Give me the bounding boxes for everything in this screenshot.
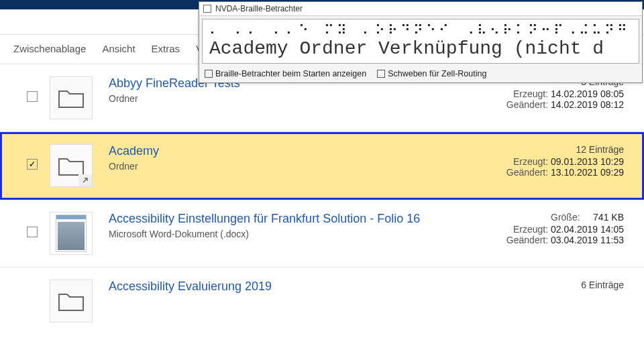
item-title[interactable]: Accessibility Evaluierung 2019 (109, 280, 463, 294)
checkbox-icon[interactable] (205, 70, 213, 78)
created-label: Erzeugt: (513, 88, 548, 99)
row-checkbox[interactable] (27, 91, 38, 102)
modified-value: 03.04.2019 11:53 (551, 235, 624, 245)
nvda-window-title: NVDA-Braille-Betrachter (215, 4, 303, 13)
created-value: 14.02.2019 08:05 (551, 88, 624, 99)
item-subtitle: Ordner (109, 161, 463, 172)
file-list: Abbyy FineReader Tests Ordner 3 Einträge… (0, 64, 644, 335)
row-checkbox[interactable] (27, 227, 38, 237)
item-count: 12 Einträge (463, 144, 624, 155)
nvda-body: ⠄⠀⠄⠄⠀⠄⠄⠑⠀⠍⠽⠀⠄⠕⠗⠙⠝⠑⠊⠀⠠⠧⠢⠗⠅⠝⠒⠏⠠⠬⠥⠝⠛⠀⠠⠶⠝⠊⠉⠓… (202, 19, 639, 64)
modified-label: Geändert: (506, 99, 548, 110)
created-value: 02.04.2019 14:05 (551, 224, 624, 235)
checkbox-icon[interactable] (377, 70, 385, 78)
item-title[interactable]: Academy (109, 144, 463, 158)
braille-text-line: Academy Ordner Verknüpfung (nicht d (203, 38, 639, 63)
nvda-options: Braille-Betrachter beim Starten anzeigen… (199, 66, 642, 82)
braille-line: ⠄⠀⠄⠄⠀⠄⠄⠑⠀⠍⠽⠀⠄⠕⠗⠙⠝⠑⠊⠀⠠⠧⠢⠗⠅⠝⠒⠏⠠⠬⠥⠝⠛⠀⠠⠶⠝⠊⠉⠓… (203, 19, 639, 38)
created-label: Erzeugt: (513, 156, 548, 167)
document-icon (50, 212, 93, 255)
created-label: Erzeugt: (513, 224, 548, 235)
folder-icon (50, 280, 93, 322)
nvda-opt-hover-routing[interactable]: Schweben für Zell-Routing (377, 69, 486, 78)
menu-extras[interactable]: Extras (152, 43, 180, 54)
modified-value: 14.02.2019 08:12 (551, 99, 624, 110)
item-count: 6 Einträge (463, 280, 624, 290)
modified-value: 13.10.2021 09:29 (551, 167, 624, 178)
nvda-braille-viewer-window[interactable]: NVDA-Braille-Betrachter ⠄⠀⠄⠄⠀⠄⠄⠑⠀⠍⠽⠀⠄⠕⠗⠙… (199, 1, 643, 83)
nvda-app-icon (203, 5, 211, 13)
list-item[interactable]: Accessibility Evaluierung 2019 6 Einträg… (0, 267, 644, 335)
list-item[interactable]: Accessibility Einstellungen für Frankfur… (0, 200, 644, 267)
nvda-opt1-label: Braille-Betrachter beim Starten anzeigen (215, 69, 366, 78)
modified-label: Geändert: (506, 167, 548, 178)
folder-link-icon (50, 144, 93, 187)
item-subtitle: Microsoft Word-Dokument (.docx) (109, 229, 463, 239)
menu-clipboard[interactable]: Zwischenablage (13, 43, 86, 54)
item-subtitle: Ordner (109, 93, 463, 104)
nvda-opt-show-on-start[interactable]: Braille-Betrachter beim Starten anzeigen (205, 69, 366, 78)
menu-view[interactable]: Ansicht (102, 43, 135, 54)
size-label: Größe: (551, 212, 580, 223)
modified-label: Geändert: (506, 235, 548, 245)
nvda-titlebar[interactable]: NVDA-Braille-Betrachter (199, 2, 642, 16)
shortcut-badge-icon (78, 174, 92, 186)
created-value: 09.01.2013 10:29 (551, 156, 624, 167)
folder-icon (50, 76, 93, 119)
item-title[interactable]: Accessibility Einstellungen für Frankfur… (109, 212, 463, 226)
list-item[interactable]: Academy Ordner 12 Einträge Erzeugt: 09.0… (0, 132, 644, 200)
row-checkbox[interactable] (27, 159, 38, 170)
size-value: 741 KB (593, 212, 624, 223)
nvda-opt2-label: Schweben für Zell-Routing (388, 69, 486, 78)
